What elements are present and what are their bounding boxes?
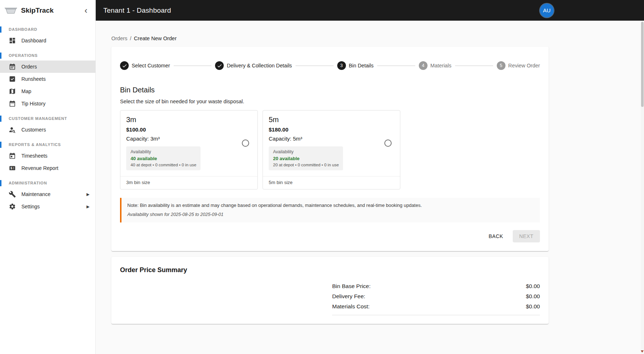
sidebar-item-dashboard[interactable]: Dashboard [0,34,95,47]
sidebar-item-runsheets[interactable]: Runsheets [0,73,95,85]
sidebar-nav: DASHBOARD Dashboard OPERATIONS Orders Ru… [0,23,95,213]
step-number: 5 [497,61,505,70]
skip-bin-logo-icon [4,6,17,15]
dashboard-icon [9,37,16,44]
step-label: Materials [430,63,451,68]
sidebar-collapse-button[interactable]: ‹ [82,5,90,16]
nav-section-customer-management: CUSTOMER MANAGEMENT Customers [0,112,95,136]
price-summary-title: Order Price Summary [120,266,540,274]
step-review-order[interactable]: 5 Review Order [497,61,540,70]
user-avatar[interactable]: AU [540,4,554,17]
sidebar-item-customers[interactable]: Customers [0,124,95,136]
bin-price: $180.00 [269,126,384,133]
sidebar-item-label: Tip History [21,101,45,107]
step-delivery-collection[interactable]: Delivery & Collection Details [215,61,292,70]
order-wizard-card: Select Customer Delivery & Collection De… [111,47,549,251]
price-row-label: Materials Cost: [332,303,370,310]
sidebar-item-maintenance[interactable]: Maintenance ▶ [0,188,95,200]
nav-section-reports-analytics: REPORTS & ANALYTICS Timesheets $ Revenue… [0,138,95,174]
back-button[interactable]: BACK [484,230,508,242]
sidebar-item-orders[interactable]: Orders [0,61,95,73]
availability-breakdown: 20 at depot • 0 committed • 0 in use [273,163,339,167]
sidebar: SkipTrack ‹ DASHBOARD Dashboard OPERATIO… [0,0,96,354]
step-connector [455,66,493,66]
main-area: Tenant 1 - Dashboard AU Orders / Create … [96,0,644,354]
bin-size: 5m [269,116,384,124]
step-number: 4 [419,61,428,70]
price-row-value: $0.00 [526,283,540,290]
step-check-icon [120,61,129,70]
price-row-materials-cost: Materials Cost: $0.00 [332,301,540,312]
scrollbar-down-arrow-icon[interactable] [641,350,644,353]
step-number: 3 [337,61,346,70]
chevron-right-icon: ▶ [87,192,90,197]
bin-radio-5m[interactable] [384,139,392,147]
bin-footer-label: 3m bin size [120,176,257,189]
bin-size: 3m [126,116,242,124]
sidebar-item-label: Timesheets [21,153,48,159]
section-label: REPORTS & ANALYTICS [0,138,95,150]
orders-calendar-icon [9,63,16,70]
person-search-icon [9,126,16,133]
section-label: CUSTOMER MANAGEMENT [0,112,95,124]
chevron-right-icon: ▶ [87,204,90,209]
wizard-actions: BACK NEXT [120,230,540,242]
map-icon [9,88,16,95]
runsheets-task-icon [9,75,16,83]
breadcrumb: Orders / Create New Order [111,36,644,41]
bin-radio-3m[interactable] [242,139,249,147]
price-row-delivery-fee: Delivery Fee: $0.00 [332,291,540,301]
availability-count: 20 available [273,156,339,161]
sidebar-item-label: Revenue Report [21,165,58,171]
price-row-bin-base: Bin Base Price: $0.00 [332,281,540,291]
availability-breakdown: 40 at depot • 0 committed • 0 in use [131,163,196,167]
price-row-label: Bin Base Price: [332,283,371,290]
step-check-icon [215,61,224,70]
price-row-value: $0.00 [526,293,540,300]
bin-capacity: Capacity: 3m³ [126,136,242,142]
bin-option-3m[interactable]: 3m $100.00 Capacity: 3m³ Availability 40… [120,110,258,190]
step-select-customer[interactable]: Select Customer [120,61,170,70]
availability-count: 40 available [131,156,196,161]
breadcrumb-orders-link[interactable]: Orders [111,36,127,41]
bin-option-5m[interactable]: 5m $180.00 Capacity: 5m³ Availability 20… [263,110,400,190]
price-summary-rows: Bin Base Price: $0.00 Delivery Fee: $0.0… [332,281,540,315]
next-button[interactable]: NEXT [513,230,540,242]
step-label: Select Customer [132,63,170,68]
step-connector [174,66,212,66]
step-label: Bin Details [349,63,373,68]
price-row-label: Delivery Fee: [332,293,365,300]
sidebar-header: SkipTrack ‹ [0,0,95,21]
nav-section-administration: ADMINISTRATION Maintenance ▶ Settings ▶ [0,176,95,213]
step-connector [296,66,334,66]
availability-box: Availability 40 available 40 at depot • … [126,146,201,170]
bin-price: $100.00 [126,126,242,133]
step-materials[interactable]: 4 Materials [419,61,451,70]
sidebar-item-settings[interactable]: Settings ▶ [0,200,95,213]
availability-box: Availability 20 available 20 at depot • … [269,146,343,170]
breadcrumb-separator: / [130,36,131,41]
sidebar-item-label: Orders [21,64,37,70]
sidebar-item-label: Settings [21,204,40,209]
app-root: SkipTrack ‹ DASHBOARD Dashboard OPERATIO… [0,0,644,354]
sidebar-item-tip-history[interactable]: Tip History [0,97,95,110]
step-connector [377,66,415,66]
step-label: Review Order [508,63,540,68]
price-row-value: $0.00 [526,303,540,310]
scrollbar-thumb[interactable] [641,22,644,107]
availability-note: Note: Bin availability is an estimate an… [120,198,540,222]
availability-label: Availability [131,149,196,154]
stepper: Select Customer Delivery & Collection De… [120,55,540,70]
content-area: Orders / Create New Order Select Custome… [96,21,644,354]
order-price-summary-card: Order Price Summary Bin Base Price: $0.0… [111,257,549,324]
page-title: Tenant 1 - Dashboard [103,7,171,14]
sidebar-item-label: Dashboard [21,38,46,43]
sidebar-item-revenue-report[interactable]: $ Revenue Report [0,162,95,174]
sidebar-item-map[interactable]: Map [0,85,95,97]
bin-details-heading: Bin Details [120,86,540,94]
step-bin-details[interactable]: 3 Bin Details [337,61,373,70]
sidebar-item-label: Maintenance [21,191,50,197]
sidebar-item-timesheets[interactable]: Timesheets [0,150,95,162]
sidebar-item-label: Runsheets [21,76,46,82]
vertical-scrollbar[interactable] [641,21,644,354]
